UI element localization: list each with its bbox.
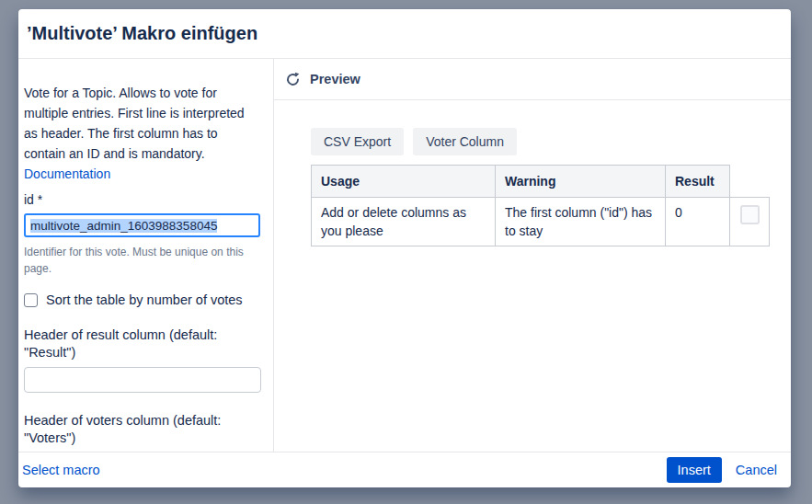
voters-header-label: Header of voters column (default: "Voter… bbox=[24, 412, 256, 447]
vote-checkbox[interactable] bbox=[740, 205, 760, 224]
dialog-header: ’Multivote’ Makro einfügen bbox=[18, 9, 791, 59]
result-column-header: Result bbox=[666, 166, 730, 198]
id-input-value: multivote_admin_1603988358045 bbox=[30, 219, 217, 233]
dialog-footer: Select macro Insert Cancel bbox=[18, 452, 791, 487]
refresh-icon[interactable] bbox=[285, 72, 301, 87]
id-field-help: Identifier for this vote. Must be unique… bbox=[24, 244, 249, 277]
select-macro-link[interactable]: Select macro bbox=[22, 463, 100, 477]
sort-checkbox-row[interactable]: Sort the table by number of votes bbox=[24, 292, 273, 307]
table-header-row: Usage Warning Result bbox=[312, 166, 770, 198]
macro-description: Vote for a Topic. Allows to vote for mul… bbox=[24, 83, 256, 184]
warning-column-header: Warning bbox=[496, 166, 666, 198]
preview-macro-buttons: CSV Export Voter Column bbox=[311, 128, 791, 155]
usage-cell: Add or delete columns as you please bbox=[312, 198, 496, 246]
voter-column-button[interactable]: Voter Column bbox=[413, 128, 517, 155]
macro-description-text: Vote for a Topic. Allows to vote for mul… bbox=[24, 86, 245, 161]
preview-panel: Preview CSV Export Voter Column Usage Wa… bbox=[274, 59, 791, 452]
id-input[interactable]: multivote_admin_1603988358045 bbox=[24, 213, 260, 237]
sort-checkbox[interactable] bbox=[24, 293, 38, 307]
vote-column-header bbox=[730, 166, 770, 198]
preview-vote-table: Usage Warning Result Add or delete colum… bbox=[311, 165, 770, 246]
dialog-body: Vote for a Topic. Allows to vote for mul… bbox=[18, 59, 791, 452]
usage-column-header: Usage bbox=[312, 166, 496, 198]
macro-parameters-panel: Vote for a Topic. Allows to vote for mul… bbox=[18, 59, 274, 452]
cancel-button[interactable]: Cancel bbox=[736, 463, 777, 477]
result-cell: 0 bbox=[666, 198, 730, 246]
preview-content: CSV Export Voter Column Usage Warning Re… bbox=[274, 100, 791, 246]
result-header-label: Header of result column (default: "Resul… bbox=[24, 326, 256, 361]
result-header-input[interactable] bbox=[24, 367, 261, 393]
vote-cell bbox=[730, 198, 770, 246]
preview-header: Preview bbox=[274, 59, 791, 100]
sort-checkbox-label: Sort the table by number of votes bbox=[46, 292, 243, 307]
warning-cell: The first column ("id") has to stay bbox=[496, 198, 666, 246]
id-field-label: id * bbox=[24, 191, 256, 209]
preview-title: Preview bbox=[310, 72, 360, 86]
dialog-title: ’Multivote’ Makro einfügen bbox=[27, 23, 257, 44]
insert-macro-dialog: ’Multivote’ Makro einfügen Vote for a To… bbox=[18, 9, 791, 487]
insert-button[interactable]: Insert bbox=[667, 457, 722, 483]
csv-export-button[interactable]: CSV Export bbox=[311, 128, 404, 155]
table-row: Add or delete columns as you please The … bbox=[312, 198, 770, 246]
documentation-link[interactable]: Documentation bbox=[24, 166, 110, 181]
